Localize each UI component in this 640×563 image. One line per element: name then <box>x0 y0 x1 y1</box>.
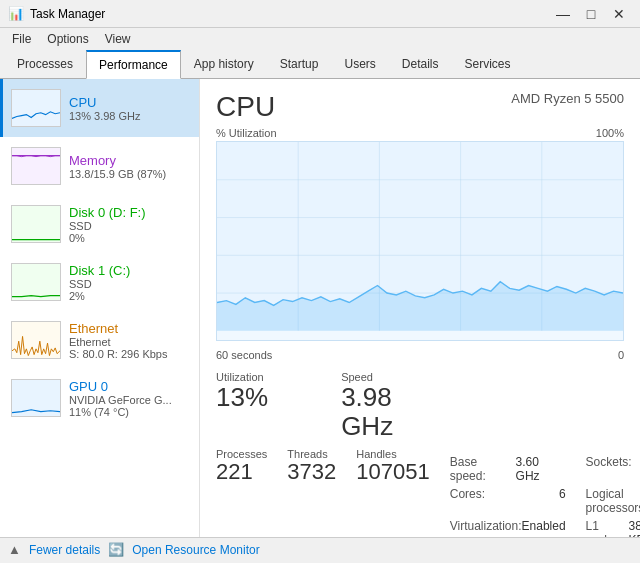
speed-value: 3.98 GHz <box>341 383 446 440</box>
sidebar-item-disk0[interactable]: Disk 0 (D: F:) SSD 0% <box>0 195 199 253</box>
svg-rect-6 <box>12 322 60 358</box>
handles-value: 107051 <box>356 460 429 484</box>
memory-label: Memory <box>69 153 191 168</box>
tab-startup[interactable]: Startup <box>267 50 332 79</box>
gpu-label: GPU 0 <box>69 379 191 394</box>
close-button[interactable]: ✕ <box>606 4 632 24</box>
cpu-title: CPU <box>216 91 275 123</box>
cpu-header: CPU AMD Ryzen 5 5500 <box>216 91 624 123</box>
tab-app-history[interactable]: App history <box>181 50 267 79</box>
tab-performance[interactable]: Performance <box>86 50 181 79</box>
disk0-thumbnail <box>11 205 61 243</box>
ethernet-speed: S: 80.0 R: 296 Kbps <box>69 348 191 360</box>
tab-users[interactable]: Users <box>331 50 388 79</box>
tab-processes[interactable]: Processes <box>4 50 86 79</box>
svg-rect-3 <box>12 206 60 242</box>
detail-l1: L1 cache: 384 KB <box>586 518 640 537</box>
gpu-thumbnail <box>11 379 61 417</box>
time-labels: 60 seconds 0 <box>216 349 624 361</box>
gpu-usage: 11% (74 °C) <box>69 406 191 418</box>
speed-block: Speed 3.98 GHz <box>341 371 446 440</box>
threads-value: 3732 <box>287 460 336 484</box>
disk0-type: SSD <box>69 220 191 232</box>
disk1-thumbnail <box>11 263 61 301</box>
bottom-bar: ▲ Fewer details 🔄 Open Resource Monitor <box>0 537 640 561</box>
menu-bar: File Options View <box>0 28 640 50</box>
ethernet-label: Ethernet <box>69 321 191 336</box>
cpu-label: CPU <box>69 95 191 110</box>
fewer-details-icon: ▲ <box>8 542 21 557</box>
utilization-block: Utilization 13% <box>216 371 321 440</box>
disk1-label: Disk 1 (C:) <box>69 263 191 278</box>
title-bar: 📊 Task Manager — □ ✕ <box>0 0 640 28</box>
cpu-graph <box>216 141 624 341</box>
open-resource-monitor-link[interactable]: Open Resource Monitor <box>132 543 259 557</box>
sidebar-item-gpu[interactable]: GPU 0 NVIDIA GeForce G... 11% (74 °C) <box>0 369 199 427</box>
app-icon: 📊 <box>8 6 24 21</box>
threads-block: Threads 3732 <box>287 448 336 537</box>
menu-view[interactable]: View <box>97 30 139 48</box>
gpu-model: NVIDIA GeForce G... <box>69 394 191 406</box>
disk0-usage: 0% <box>69 232 191 244</box>
cpu-details: Base speed: 3.60 GHz Sockets: 1 Cores: 6… <box>450 454 640 537</box>
util-max: 100% <box>596 127 624 139</box>
main-content: CPU 13% 3.98 GHz Memory 13.8/15.9 GB (87… <box>0 79 640 537</box>
title-bar-left: 📊 Task Manager <box>8 6 105 21</box>
handles-block: Handles 107051 <box>356 448 429 537</box>
detail-cores: Cores: 6 <box>450 486 566 516</box>
menu-file[interactable]: File <box>4 30 39 48</box>
detail-sockets: Sockets: 1 <box>586 454 640 484</box>
tab-bar: Processes Performance App history Startu… <box>0 50 640 79</box>
svg-rect-1 <box>12 148 60 184</box>
ethernet-info: Ethernet Ethernet S: 80.0 R: 296 Kbps <box>69 321 191 360</box>
memory-info: Memory 13.8/15.9 GB (87%) <box>69 153 191 180</box>
sidebar-item-disk1[interactable]: Disk 1 (C:) SSD 2% <box>0 253 199 311</box>
sidebar-item-ethernet[interactable]: Ethernet Ethernet S: 80.0 R: 296 Kbps <box>0 311 199 369</box>
ethernet-thumbnail <box>11 321 61 359</box>
disk0-info: Disk 0 (D: F:) SSD 0% <box>69 205 191 244</box>
cpu-model: AMD Ryzen 5 5500 <box>511 91 624 106</box>
window-controls: — □ ✕ <box>550 4 632 24</box>
sidebar-item-memory[interactable]: Memory 13.8/15.9 GB (87%) <box>0 137 199 195</box>
disk0-label: Disk 0 (D: F:) <box>69 205 191 220</box>
tab-services[interactable]: Services <box>452 50 524 79</box>
app-title: Task Manager <box>30 7 105 21</box>
memory-stats: 13.8/15.9 GB (87%) <box>69 168 191 180</box>
stats-row-2: Processes 221 Threads 3732 Handles 10705… <box>216 448 624 537</box>
processes-block: Processes 221 <box>216 448 267 537</box>
disk1-type: SSD <box>69 278 191 290</box>
detail-base-speed: Base speed: 3.60 GHz <box>450 454 566 484</box>
processes-value: 221 <box>216 460 267 484</box>
right-panel: CPU AMD Ryzen 5 5500 % Utilization 100% <box>200 79 640 537</box>
cpu-info: CPU 13% 3.98 GHz <box>69 95 191 122</box>
fewer-details-link[interactable]: Fewer details <box>29 543 100 557</box>
left-panel: CPU 13% 3.98 GHz Memory 13.8/15.9 GB (87… <box>0 79 200 537</box>
disk1-info: Disk 1 (C:) SSD 2% <box>69 263 191 302</box>
gpu-info: GPU 0 NVIDIA GeForce G... 11% (74 °C) <box>69 379 191 418</box>
cpu-stats: 13% 3.98 GHz <box>69 110 191 122</box>
menu-options[interactable]: Options <box>39 30 96 48</box>
maximize-button[interactable]: □ <box>578 4 604 24</box>
cpu-thumbnail <box>11 89 61 127</box>
ethernet-type: Ethernet <box>69 336 191 348</box>
stats-row-1: Utilization 13% Speed 3.98 GHz <box>216 371 624 440</box>
graph-labels: % Utilization 100% <box>216 127 624 139</box>
svg-rect-5 <box>12 264 60 300</box>
sidebar-item-cpu[interactable]: CPU 13% 3.98 GHz <box>0 79 199 137</box>
memory-thumbnail <box>11 147 61 185</box>
tab-details[interactable]: Details <box>389 50 452 79</box>
disk1-usage: 2% <box>69 290 191 302</box>
util-label: % Utilization <box>216 127 277 139</box>
svg-rect-0 <box>12 90 60 126</box>
resource-monitor-icon: 🔄 <box>108 542 124 557</box>
detail-logical: Logical processors: 12 <box>586 486 640 516</box>
time-right: 0 <box>618 349 624 361</box>
detail-virt: Virtualization: Enabled <box>450 518 566 537</box>
utilization-value: 13% <box>216 383 321 412</box>
time-left: 60 seconds <box>216 349 272 361</box>
minimize-button[interactable]: — <box>550 4 576 24</box>
